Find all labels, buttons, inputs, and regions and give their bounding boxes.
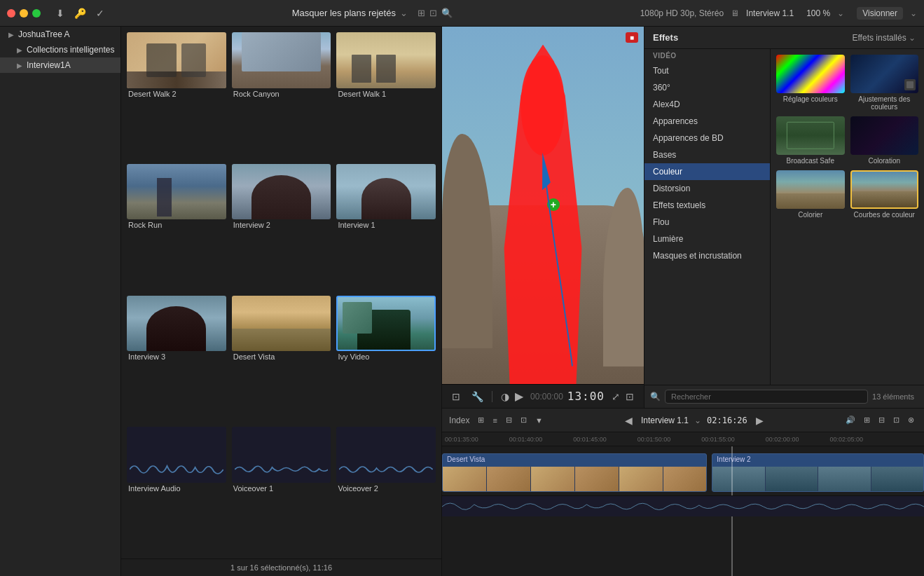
clip-ivy-video[interactable]: Ivy Video <box>333 293 439 425</box>
effect-courbes-couleur[interactable]: Courbes de couleur <box>850 170 919 219</box>
add-cursor-icon: + <box>547 198 560 211</box>
clip-desert-walk-1[interactable]: Desert Walk 1 <box>333 29 439 161</box>
audio-icon[interactable]: 🔊 <box>843 414 858 426</box>
clip-name: Desert Walk 1 <box>336 90 436 98</box>
clip-name: Rock Canyon <box>232 90 331 98</box>
clip-voiceover-2[interactable]: Voiceover 2 <box>333 424 439 556</box>
clip-rock-canyon[interactable]: Rock Canyon <box>229 29 334 161</box>
filter-chevron[interactable]: ⌄ <box>400 8 408 18</box>
clip-desert-walk-2[interactable]: Desert Walk 2 <box>124 29 229 161</box>
tools-icon[interactable]: 🔧 <box>469 390 486 404</box>
effect-coloration[interactable]: Coloration <box>850 116 919 165</box>
preview-right-controls: ⊡ <box>623 390 637 404</box>
effects-cat-360[interactable]: 360° <box>644 79 770 96</box>
zoom-chevron[interactable]: ⌄ <box>837 8 844 18</box>
check-icon[interactable]: ✓ <box>96 8 104 19</box>
expand-icon[interactable]: ⊡ <box>623 390 637 404</box>
timeline-right-4[interactable]: ⊗ <box>905 414 917 426</box>
effects-cat-masques[interactable]: Masques et incrustation <box>644 247 770 264</box>
effect-thumb <box>776 170 845 209</box>
visionner-chevron[interactable]: ⌄ <box>910 8 917 18</box>
clip-thumb-audio <box>336 427 436 483</box>
next-icon[interactable]: ▶ <box>753 413 766 427</box>
timeline-icons: ⊞ ≡ ⊟ ⊡ ▼ <box>475 414 545 426</box>
fullscreen-icon[interactable]: ⤢ <box>609 390 623 404</box>
sidebar-item-smart-collections[interactable]: ▶ Collections intelligentes <box>0 42 120 57</box>
effects-installed-label: Effets installés <box>853 33 906 43</box>
effects-search-input[interactable] <box>665 390 868 404</box>
clip-interview-2[interactable]: Interview 2 <box>229 161 334 293</box>
layout-icon2[interactable]: ⊡ <box>429 8 437 18</box>
clip-voiceover-1[interactable]: Voiceover 1 <box>229 424 334 556</box>
ruler-tick: 00:01:55:00 <box>701 436 735 443</box>
timeline-toolbar: Index ⊞ ≡ ⊟ ⊡ ▼ ◀ Interview 1.1 ⌄ 02:16:… <box>442 409 924 432</box>
sidebar-label: JoshuaTree A <box>18 29 70 39</box>
effects-cat-distorsion[interactable]: Distorsion <box>644 180 770 197</box>
effects-cat-apparences[interactable]: Apparences <box>644 113 770 130</box>
visionner-label[interactable]: Visionner <box>857 7 903 20</box>
clip-name: Voiceover 2 <box>336 484 436 493</box>
timeline-right-3[interactable]: ⊡ <box>890 414 902 426</box>
arrow-icon: ▶ <box>17 62 22 69</box>
effect-reglage-couleurs[interactable]: Réglage couleurs <box>776 55 845 111</box>
prev-icon[interactable]: ◀ <box>622 413 635 427</box>
timeline-clip-desert-vista[interactable]: Desert Vista <box>442 453 707 492</box>
effects-search-bar: 🔍 13 éléments <box>644 385 924 408</box>
down-arrow-icon[interactable]: ▼ <box>532 414 546 426</box>
effect-broadcast-safe[interactable]: Broadcast Safe <box>776 116 845 165</box>
fullscreen-button[interactable] <box>32 9 41 18</box>
camera-icon[interactable]: ⊡ <box>449 390 463 404</box>
effects-categories: VIDÉO Tout 360° Alex4D Apparences Appare… <box>644 49 771 385</box>
effects-cat-effets-textuels[interactable]: Effets textuels <box>644 197 770 214</box>
sidebar-item-joshuatree[interactable]: ▶ JoshuaTree A <box>0 27 120 42</box>
effect-colorier[interactable]: Colorier <box>776 170 845 219</box>
index-label[interactable]: Index <box>449 416 469 425</box>
ruler-tick: 00:01:45:00 <box>573 436 607 443</box>
list-view-icon[interactable]: ≡ <box>490 414 499 426</box>
search-icon[interactable]: 🔍 <box>441 8 453 18</box>
ruler-tick: 00:01:40:00 <box>509 436 543 443</box>
clip-interview-1[interactable]: Interview 1 <box>333 161 439 293</box>
effects-cat-bases[interactable]: Bases <box>644 146 770 163</box>
clip-label-desert-vista: Desert Vista <box>447 455 485 463</box>
ruler-tick: 00:01:50:00 <box>637 436 671 443</box>
chevron-down-icon: ⌄ <box>909 33 916 43</box>
effect-name: Broadcast Safe <box>776 157 845 165</box>
minimize-button[interactable] <box>20 9 28 18</box>
timeline-ruler: 00:01:35:00 00:01:40:00 00:01:45:00 00:0… <box>442 432 924 446</box>
effects-cat-couleur[interactable]: Couleur <box>644 163 770 180</box>
effects-installed[interactable]: Effets installés ⌄ <box>853 33 916 43</box>
sidebar: ▶ JoshuaTree A ▶ Collections intelligent… <box>0 27 121 576</box>
clip-interview-audio[interactable]: Interview Audio <box>124 424 229 556</box>
clip-interview-3[interactable]: Interview 3 <box>124 293 229 425</box>
timeline-chevron[interactable]: ⌄ <box>694 416 701 425</box>
close-button[interactable] <box>7 9 15 18</box>
timeline-project-name[interactable]: Interview 1.1 <box>641 416 689 425</box>
clip-view-icon[interactable]: ⊞ <box>475 414 487 426</box>
library-status-text: 1 sur 16 sélectionné(s), 11:16 <box>230 563 332 572</box>
key-icon[interactable]: 🔑 <box>74 8 86 19</box>
timeline-view-icon[interactable]: ⊟ <box>503 414 515 426</box>
sort-icon[interactable]: ⊡ <box>518 414 530 426</box>
layout-icon1[interactable]: ⊞ <box>418 8 425 18</box>
clip-rock-run[interactable]: Rock Run <box>124 161 229 293</box>
timeline-clip-interview2[interactable]: Interview 2 <box>712 453 924 492</box>
effects-cat-tout[interactable]: Tout <box>644 62 770 79</box>
main-area: ▶ JoshuaTree A ▶ Collections intelligent… <box>0 27 924 576</box>
ruler-tick: 00:01:35:00 <box>445 436 478 443</box>
effects-cat-alex4d[interactable]: Alex4D <box>644 96 770 113</box>
clip-thumb-selected <box>336 296 436 352</box>
effect-ajustements[interactable]: Ajustements des couleurs <box>850 55 919 111</box>
effects-cat-lumiere[interactable]: Lumière <box>644 231 770 247</box>
clip-desert-vista[interactable]: Desert Vista <box>229 293 334 425</box>
sidebar-item-interview1a[interactable]: ▶ Interview1A <box>0 57 120 73</box>
red-badge: ■ <box>626 32 638 43</box>
effects-icon[interactable]: ◑ <box>498 390 512 404</box>
effects-cat-apparences-bd[interactable]: Apparences de BD <box>644 130 770 146</box>
effects-cat-flou[interactable]: Flou <box>644 214 770 231</box>
effect-thumb <box>850 116 919 155</box>
play-icon[interactable]: ▶ <box>512 388 526 404</box>
timeline-right-1[interactable]: ⊞ <box>861 414 873 426</box>
timeline-right-2[interactable]: ⊟ <box>876 414 888 426</box>
download-icon[interactable]: ⬇ <box>56 8 64 19</box>
